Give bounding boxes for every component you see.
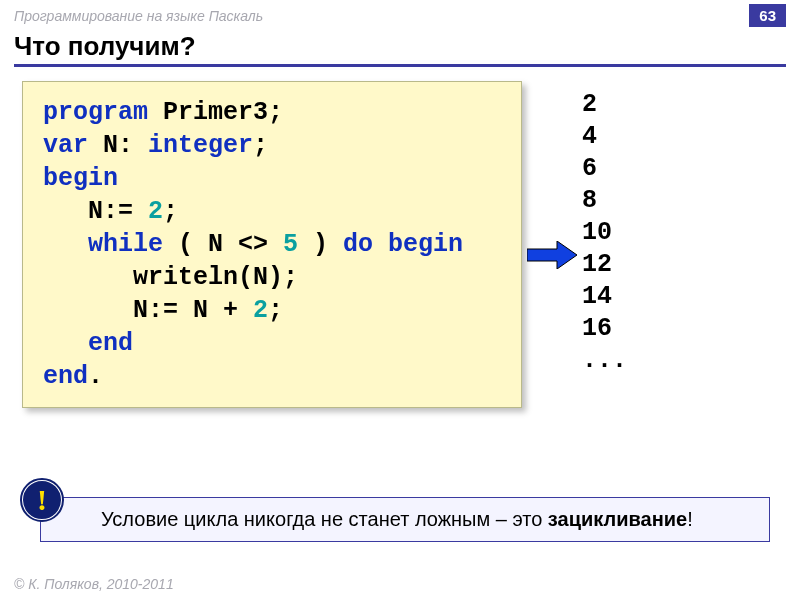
svg-text:!: ! bbox=[37, 483, 47, 516]
output-line: 16 bbox=[582, 313, 627, 345]
exclamation-badge-icon: ! bbox=[20, 478, 64, 522]
footer-copyright: © К. Поляков, 2010-2011 bbox=[14, 576, 174, 592]
slide-title: Что получим? bbox=[14, 31, 786, 62]
note-term: зацикливание bbox=[548, 508, 687, 530]
page-number: 63 bbox=[749, 4, 786, 27]
code-line: writeln(N); bbox=[43, 261, 503, 294]
output-line: 8 bbox=[582, 185, 627, 217]
code-line: end. bbox=[43, 360, 503, 393]
note-post: ! bbox=[687, 508, 693, 530]
subject-label: Программирование на языке Паскаль bbox=[14, 8, 263, 24]
note-text: Условие цикла никогда не станет ложным –… bbox=[101, 508, 548, 530]
output-list: 2 4 6 8 10 12 14 16 ... bbox=[582, 89, 627, 377]
output-line: 12 bbox=[582, 249, 627, 281]
slide-header: Программирование на языке Паскаль 63 bbox=[0, 0, 800, 29]
output-line: 14 bbox=[582, 281, 627, 313]
code-line: begin bbox=[43, 162, 503, 195]
code-line: var N: integer; bbox=[43, 129, 503, 162]
arrow-icon bbox=[527, 241, 577, 269]
content-area: program Primer3; var N: integer; begin N… bbox=[22, 81, 786, 501]
output-line: 6 bbox=[582, 153, 627, 185]
code-line: N:= 2; bbox=[43, 195, 503, 228]
code-line: while ( N <> 5 ) do begin bbox=[43, 228, 503, 261]
note-box: Условие цикла никогда не станет ложным –… bbox=[40, 497, 770, 542]
svg-marker-0 bbox=[527, 241, 577, 269]
output-line: ... bbox=[582, 345, 627, 377]
code-box: program Primer3; var N: integer; begin N… bbox=[22, 81, 522, 408]
output-line: 2 bbox=[582, 89, 627, 121]
code-line: program Primer3; bbox=[43, 96, 503, 129]
code-line: end bbox=[43, 327, 503, 360]
output-line: 10 bbox=[582, 217, 627, 249]
title-row: Что получим? bbox=[14, 31, 786, 67]
code-line: N:= N + 2; bbox=[43, 294, 503, 327]
output-line: 4 bbox=[582, 121, 627, 153]
